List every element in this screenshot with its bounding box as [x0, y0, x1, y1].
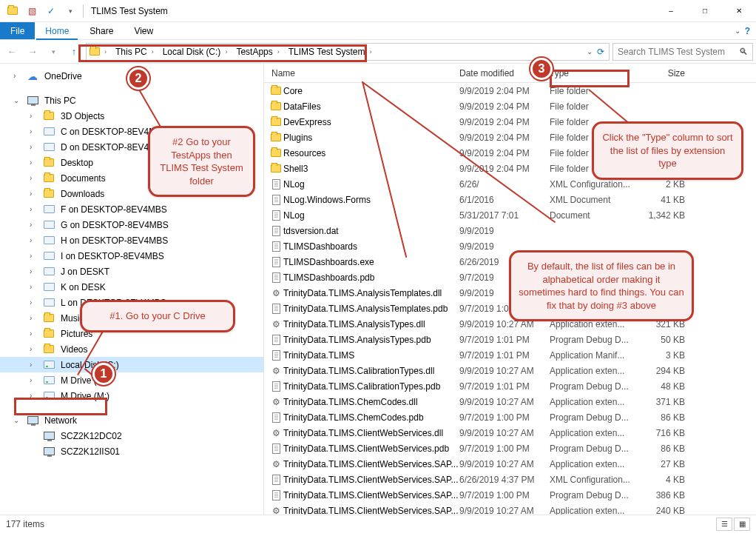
file-row[interactable]: ⚙TrinityData.TLIMS.ClientWebServices.SAP… [264, 503, 756, 515]
ribbon: File Home Share View ⌄ ? [0, 22, 756, 40]
gear-icon: ⚙ [269, 397, 283, 407]
tree-item-icon [43, 188, 55, 200]
tree-item-m-drive-m-[interactable]: ›M Drive (M:) [0, 388, 263, 404]
search-input[interactable]: Search TLIMS Test System 🔍︎ [612, 43, 753, 61]
tree-item-videos[interactable]: ›Videos [0, 341, 263, 357]
folder-icon [90, 47, 100, 56]
file-row[interactable]: TrinityData.TLIMS9/7/2019 1:01 PMApplica… [264, 347, 756, 363]
tree-item-icon [43, 173, 55, 184]
folder-icon [269, 133, 283, 141]
file-icon [269, 335, 283, 345]
file-icon [269, 257, 283, 267]
back-button[interactable]: ← [3, 43, 21, 61]
tree-item-icon [43, 204, 55, 215]
file-row[interactable]: ⚙TrinityData.TLIMS.ChemCodes.dll9/9/2019… [264, 394, 756, 409]
file-tab[interactable]: File [0, 22, 35, 39]
qat-new-folder-icon[interactable]: ✓ [43, 3, 59, 19]
tree-item-icon [43, 126, 55, 138]
tree-item-k-on-desk[interactable]: ›K on DESK [0, 279, 263, 295]
file-row[interactable]: tdsversion.dat9/9/2019 [264, 223, 756, 238]
details-view-button[interactable]: ☰ [716, 518, 732, 531]
tree-network[interactable]: ⌄Network [0, 412, 263, 428]
file-row[interactable]: Core9/9/2019 2:04 PMFile folder [264, 83, 756, 98]
tree-item-3d-objects[interactable]: ›3D Objects [0, 108, 263, 124]
file-row[interactable]: TrinityData.TLIMS.CalibrationTypes.pdb9/… [264, 378, 756, 394]
callout-1: #1. Go to your C Drive [80, 300, 235, 332]
tree-item-icon [43, 297, 55, 309]
tree-item-i-on-desktop-8ev4mbs[interactable]: ›I on DESKTOP-8EV4MBS [0, 248, 263, 264]
tree-item-scz2k12iis01[interactable]: SCZ2K12IIS01 [0, 443, 263, 459]
file-row[interactable]: TrinityData.TLIMS.ClientWebServices.SAP.… [264, 472, 756, 487]
file-row[interactable]: NLog5/31/2017 7:01Document1,342 KB [264, 207, 756, 223]
computer-icon [43, 446, 55, 458]
qat-dropdown-icon[interactable]: ▾ [62, 3, 78, 19]
file-row[interactable]: ⚙TrinityData.TLIMS.ClientWebServices.SAP… [264, 456, 756, 472]
cloud-icon: ☁ [27, 70, 38, 82]
breadcrumb-root[interactable]: › [87, 44, 112, 60]
breadcrumb-testapps[interactable]: TestApps› [233, 44, 285, 60]
tree-item-icon [43, 110, 55, 122]
tree-item-icon [43, 312, 55, 324]
maximize-button[interactable]: □ [688, 0, 722, 22]
help-icon[interactable]: ? [745, 26, 750, 36]
qat-properties-icon[interactable]: ▧ [24, 3, 40, 19]
column-type[interactable]: Type [550, 68, 638, 78]
folder-icon [269, 164, 283, 173]
column-name[interactable]: Name [269, 68, 459, 78]
tree-item-icon [43, 281, 55, 293]
file-row[interactable]: TrinityData.TLIMS.ClientWebServices.pdb9… [264, 441, 756, 456]
file-icon [269, 272, 283, 283]
tab-home[interactable]: Home [35, 22, 79, 39]
tree-item-scz2k12dc02[interactable]: SCZ2K12DC02 [0, 428, 263, 443]
tree-item-h-on-desktop-8ev4mbs[interactable]: ›H on DESKTOP-8EV4MBS [0, 232, 263, 248]
file-icon [269, 490, 283, 500]
file-row[interactable]: ⚙TrinityData.TLIMS.ClientWebServices.dll… [264, 425, 756, 441]
file-row[interactable]: TrinityData.TLIMS.ClientWebServices.SAP.… [264, 487, 756, 503]
badge-1: 1 [92, 363, 115, 385]
callout-2: #2 Go to your TestApps then TLIMS Test S… [148, 126, 255, 197]
tree-item-m-drive-m-[interactable]: ›M Drive (M:) [0, 372, 263, 388]
tree-item-j-on-deskt[interactable]: ›J on DESKT [0, 264, 263, 279]
file-row[interactable]: TrinityData.TLIMS.ChemCodes.pdb9/7/2019 … [264, 409, 756, 425]
tree-item-icon [43, 235, 55, 247]
folder-icon [269, 149, 283, 157]
tree-item-icon [43, 219, 55, 231]
file-icon [269, 381, 283, 392]
file-icon [269, 412, 283, 423]
column-size[interactable]: Size [638, 68, 704, 78]
tree-item-local-disk-c-[interactable]: ›Local Disk (C:) [0, 357, 263, 372]
forward-button[interactable]: → [24, 43, 41, 61]
address-dropdown-icon[interactable]: ⌄ [587, 47, 597, 56]
up-button[interactable]: ↑ [65, 43, 83, 61]
breadcrumb-tlims[interactable]: TLIMS Test System› [286, 44, 378, 60]
file-icon [269, 226, 283, 236]
tree-item-icon [43, 359, 55, 371]
ribbon-expand-icon[interactable]: ⌄ [735, 27, 740, 35]
badge-2: 2 [127, 67, 149, 90]
file-row[interactable]: ⚙TrinityData.TLIMS.CalibrationTypes.dll9… [264, 363, 756, 378]
file-icon [269, 350, 283, 361]
tree-item-icon [43, 390, 55, 402]
recent-locations-icon[interactable]: ▾ [44, 43, 62, 61]
close-button[interactable]: ✕ [722, 0, 756, 22]
breadcrumb-cdrive[interactable]: Local Disk (C:)› [160, 44, 234, 60]
search-icon[interactable]: 🔍︎ [739, 47, 748, 57]
tab-view[interactable]: View [124, 22, 163, 39]
file-row[interactable]: DataFiles9/9/2019 2:04 PMFile folder [264, 98, 756, 114]
refresh-icon[interactable]: ⟳ [597, 47, 609, 57]
computer-icon [43, 430, 55, 442]
tab-share[interactable]: Share [79, 22, 124, 39]
tree-thispc[interactable]: ⌄This PC [0, 93, 263, 108]
file-row[interactable]: TrinityData.TLIMS.AnalysisTypes.pdb9/7/2… [264, 332, 756, 347]
address-bar[interactable]: › This PC› Local Disk (C:)› TestApps› TL… [86, 43, 610, 61]
tree-item-g-on-desktop-8ev4mbs[interactable]: ›G on DESKTOP-8EV4MBS [0, 217, 263, 232]
folder-app-icon [4, 3, 21, 19]
tree-item-f-on-desktop-8ev4mbs[interactable]: ›F on DESKTOP-8EV4MBS [0, 201, 263, 217]
file-row[interactable]: NLog.Windows.Forms6/1/2016 XML Document4… [264, 192, 756, 207]
breadcrumb-thispc[interactable]: This PC› [112, 44, 160, 60]
folder-icon [269, 102, 283, 110]
thumbnails-view-button[interactable]: ▦ [734, 518, 750, 531]
minimize-button[interactable]: – [654, 0, 688, 22]
network-icon [27, 415, 38, 426]
folder-icon [269, 118, 283, 126]
